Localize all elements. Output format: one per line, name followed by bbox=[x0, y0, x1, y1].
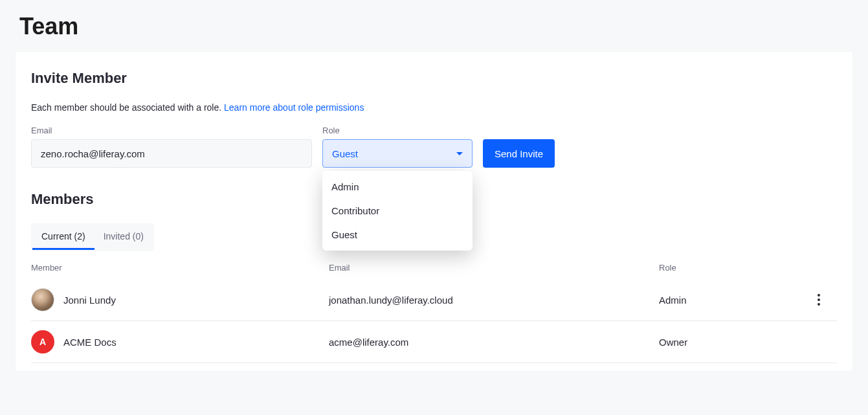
row-actions-button[interactable] bbox=[811, 292, 827, 308]
member-role: Owner bbox=[659, 337, 811, 348]
member-role: Admin bbox=[659, 295, 811, 306]
member-cell: A ACME Docs bbox=[31, 330, 329, 353]
team-card: Invite Member Each member should be asso… bbox=[16, 52, 852, 371]
role-option-guest[interactable]: Guest bbox=[322, 223, 473, 247]
invite-form: Email Role Guest Send Invite Admin Contr… bbox=[31, 126, 837, 168]
tab-invited[interactable]: Invited (0) bbox=[95, 225, 153, 250]
role-select[interactable]: Guest bbox=[322, 139, 473, 168]
chevron-down-icon bbox=[456, 152, 463, 155]
members-table-head: Member Email Role bbox=[31, 251, 837, 279]
invite-help-text: Each member should be associated with a … bbox=[31, 102, 224, 113]
avatar bbox=[31, 288, 54, 311]
member-name: Jonni Lundy bbox=[63, 295, 116, 306]
role-option-admin[interactable]: Admin bbox=[322, 175, 473, 199]
page-title: Team bbox=[0, 0, 868, 52]
col-role: Role bbox=[659, 263, 811, 273]
invite-help: Each member should be associated with a … bbox=[31, 102, 837, 113]
tab-current[interactable]: Current (2) bbox=[32, 225, 95, 250]
email-input[interactable] bbox=[31, 139, 312, 168]
role-dropdown: Admin Contributor Guest bbox=[322, 171, 473, 251]
col-email: Email bbox=[329, 263, 659, 273]
role-label: Role bbox=[322, 126, 473, 135]
members-tabs: Current (2) Invited (0) bbox=[31, 223, 154, 251]
email-group: Email bbox=[31, 126, 312, 168]
member-cell: Jonni Lundy bbox=[31, 288, 329, 311]
email-label: Email bbox=[31, 126, 312, 135]
member-email: jonathan.lundy@liferay.cloud bbox=[329, 295, 659, 306]
role-permissions-link[interactable]: Learn more about role permissions bbox=[224, 102, 364, 113]
role-option-contributor[interactable]: Contributor bbox=[322, 199, 473, 223]
invite-title: Invite Member bbox=[31, 70, 837, 87]
member-email: acme@liferay.com bbox=[329, 337, 659, 348]
avatar: A bbox=[31, 330, 54, 353]
role-selected-value: Guest bbox=[332, 148, 358, 159]
col-member: Member bbox=[31, 263, 329, 273]
role-group: Role Guest bbox=[322, 126, 473, 168]
member-name: ACME Docs bbox=[63, 337, 117, 348]
table-row: Jonni Lundy jonathan.lundy@liferay.cloud… bbox=[31, 279, 837, 321]
send-invite-button[interactable]: Send Invite bbox=[483, 139, 555, 168]
table-row: A ACME Docs acme@liferay.com Owner bbox=[31, 321, 837, 363]
